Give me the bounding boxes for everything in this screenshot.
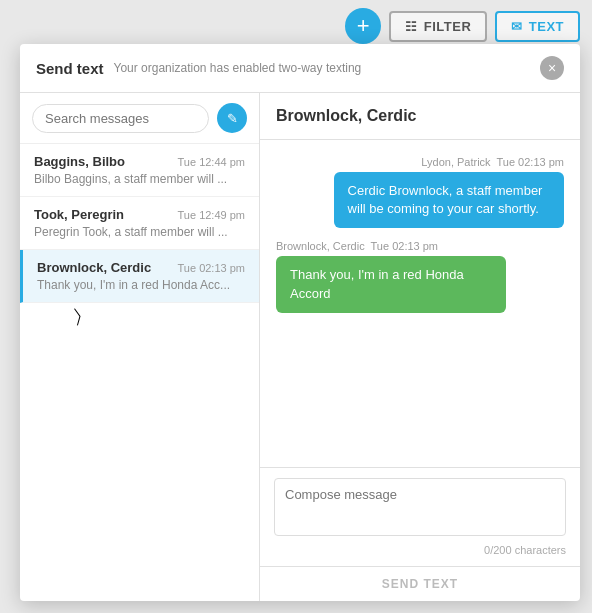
conv-preview: Thank you, I'm in a red Honda Acc... xyxy=(37,278,245,292)
filter-button[interactable]: ☷ FILTER xyxy=(389,11,487,42)
filter-icon: ☷ xyxy=(405,19,418,34)
search-bar: ✎ xyxy=(20,93,259,144)
modal-close-button[interactable]: × xyxy=(540,56,564,80)
send-text-button[interactable]: SEND TEXT xyxy=(382,577,458,591)
modal-title: Send text xyxy=(36,60,104,77)
modal-subtitle: Your organization has enabled two-way te… xyxy=(114,61,540,75)
modal-header: Send text Your organization has enabled … xyxy=(20,44,580,93)
conv-time: Tue 12:49 pm xyxy=(178,209,245,221)
msg-bubble-incoming: Thank you, I'm in a red Honda Accord xyxy=(276,256,506,312)
edit-button[interactable]: ✎ xyxy=(217,103,247,133)
conv-name: Brownlock, Cerdic xyxy=(37,260,151,275)
conv-name: Baggins, Bilbo xyxy=(34,154,125,169)
msg-bubble-outgoing: Cerdic Brownlock, a staff member will be… xyxy=(334,172,564,228)
right-panel: Brownlock, Cerdic Lydon, Patrick Tue 02:… xyxy=(260,93,580,601)
search-input[interactable] xyxy=(32,104,209,133)
chat-messages: Lydon, Patrick Tue 02:13 pm Cerdic Brown… xyxy=(260,140,580,467)
left-panel: ✎ Baggins, Bilbo Tue 12:44 pm Bilbo Bagg… xyxy=(20,93,260,601)
modal-body: ✎ Baggins, Bilbo Tue 12:44 pm Bilbo Bagg… xyxy=(20,93,580,601)
conv-header: Brownlock, Cerdic Tue 02:13 pm xyxy=(37,260,245,275)
list-item[interactable]: Took, Peregrin Tue 12:49 pm Peregrin Too… xyxy=(20,197,259,250)
text-label: TEXT xyxy=(529,19,564,34)
send-text-modal: Send text Your organization has enabled … xyxy=(20,44,580,601)
message-row-incoming: Brownlock, Cerdic Tue 02:13 pm Thank you… xyxy=(276,240,564,312)
chat-header: Brownlock, Cerdic xyxy=(260,93,580,140)
conv-time: Tue 12:44 pm xyxy=(178,156,245,168)
conv-preview: Peregrin Took, a staff member will ... xyxy=(34,225,245,239)
list-item[interactable]: Baggins, Bilbo Tue 12:44 pm Bilbo Baggin… xyxy=(20,144,259,197)
conv-header: Took, Peregrin Tue 12:49 pm xyxy=(34,207,245,222)
compose-textarea[interactable] xyxy=(274,478,566,536)
edit-icon: ✎ xyxy=(227,111,238,126)
add-button[interactable]: + xyxy=(345,8,381,44)
list-item-selected[interactable]: Brownlock, Cerdic Tue 02:13 pm Thank you… xyxy=(20,250,259,303)
compose-area: 0/200 characters xyxy=(260,467,580,566)
msg-meta: Lydon, Patrick Tue 02:13 pm xyxy=(421,156,564,168)
filter-label: FILTER xyxy=(424,19,472,34)
conv-header: Baggins, Bilbo Tue 12:44 pm xyxy=(34,154,245,169)
conv-name: Took, Peregrin xyxy=(34,207,124,222)
message-row-outgoing: Lydon, Patrick Tue 02:13 pm Cerdic Brown… xyxy=(276,156,564,228)
conv-time: Tue 02:13 pm xyxy=(178,262,245,274)
text-button[interactable]: ✉ TEXT xyxy=(495,11,580,42)
search-input-wrap xyxy=(32,104,209,133)
conversation-list: Baggins, Bilbo Tue 12:44 pm Bilbo Baggin… xyxy=(20,144,259,601)
char-count: 0/200 characters xyxy=(484,544,566,556)
msg-meta: Brownlock, Cerdic Tue 02:13 pm xyxy=(276,240,438,252)
chat-contact-name: Brownlock, Cerdic xyxy=(276,107,416,124)
text-icon: ✉ xyxy=(511,19,523,34)
conv-preview: Bilbo Baggins, a staff member will ... xyxy=(34,172,245,186)
compose-footer: 0/200 characters xyxy=(274,544,566,556)
send-btn-row: SEND TEXT xyxy=(260,566,580,601)
